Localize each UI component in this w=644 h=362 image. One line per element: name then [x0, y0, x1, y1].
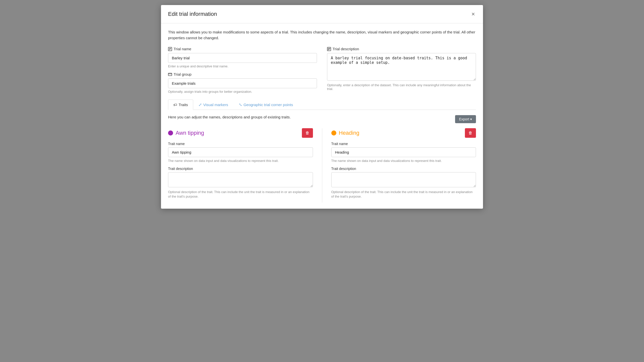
- close-button[interactable]: ×: [470, 10, 476, 18]
- trial-name-label: Trial name: [168, 47, 317, 51]
- visual-markers-tab-icon: ⤢: [198, 102, 202, 107]
- tab-visual-markers[interactable]: ⤢ Visual markers: [193, 100, 233, 110]
- geographic-tab-icon: ⤡: [239, 102, 242, 107]
- geographic-tab-label: Geographic trial corner points: [244, 103, 293, 107]
- trial-group-label: Trial group: [168, 72, 317, 76]
- awn-tipping-desc-input[interactable]: [168, 172, 313, 187]
- trial-desc-icon: [327, 47, 331, 51]
- trial-desc-input[interactable]: [327, 53, 476, 81]
- trait-card-awn-tipping: Awn tipping 🗑 Trait name The name shown …: [168, 128, 313, 203]
- left-field-col: Trial name Enter a unique and descriptiv…: [168, 47, 317, 94]
- trial-name-hint: Enter a unique and descriptive trial nam…: [168, 64, 317, 68]
- awn-tipping-desc-label: Trait description: [168, 167, 313, 171]
- modal-body: This window allows you to make modificat…: [161, 23, 483, 209]
- traits-tab-label: Traits: [179, 103, 188, 107]
- delete-heading-icon: 🗑: [468, 131, 472, 135]
- heading-dot: [331, 130, 336, 135]
- heading-name-label: Trait name: [331, 142, 476, 146]
- awn-tipping-dot: [168, 130, 173, 135]
- top-fields-row: Trial name Enter a unique and descriptiv…: [168, 47, 476, 94]
- traits-tab-icon: 🏷: [173, 103, 177, 107]
- trait-header-awn-tipping: Awn tipping 🗑: [168, 128, 313, 138]
- delete-awn-tipping-button[interactable]: 🗑: [302, 128, 313, 138]
- trait-title-awn-tipping: Awn tipping: [168, 130, 204, 136]
- delete-heading-button[interactable]: 🗑: [465, 128, 476, 138]
- trial-name-icon: [168, 47, 172, 51]
- awn-tipping-desc-hint: Optional description of the trait. This …: [168, 190, 313, 199]
- trial-group-icon: [168, 72, 172, 76]
- heading-name-hint: The name shown on data input and data vi…: [331, 159, 476, 163]
- tab-geographic[interactable]: ⤡ Geographic trial corner points: [233, 100, 298, 110]
- edit-trial-modal: Edit trial information × This window all…: [161, 5, 483, 209]
- traits-grid: Awn tipping 🗑 Trait name The name shown …: [168, 128, 476, 203]
- tab-traits[interactable]: 🏷 Traits: [168, 100, 193, 110]
- heading-name-input[interactable]: [331, 147, 476, 157]
- traits-section-header: Here you can adjust the names, descripti…: [168, 115, 476, 123]
- heading-desc-input[interactable]: [331, 172, 476, 187]
- traits-section-desc: Here you can adjust the names, descripti…: [168, 115, 455, 119]
- visual-markers-tab-label: Visual markers: [203, 103, 228, 107]
- awn-tipping-name-label: Trait name: [168, 142, 313, 146]
- intro-text: This window allows you to make modificat…: [168, 29, 476, 41]
- trait-title-heading: Heading: [331, 130, 359, 136]
- trial-desc-label: Trial description: [327, 47, 476, 51]
- awn-tipping-name-hint: The name shown on data input and data vi…: [168, 159, 313, 163]
- trial-desc-hint: Optionally, enter a description of the d…: [327, 83, 476, 91]
- modal-title: Edit trial information: [168, 11, 217, 17]
- heading-desc-hint: Optional description of the trait. This …: [331, 190, 476, 199]
- trial-name-input[interactable]: [168, 53, 317, 63]
- export-button[interactable]: Export ▾: [455, 115, 476, 123]
- traits-divider: [322, 128, 322, 203]
- delete-awn-tipping-icon: 🗑: [305, 131, 309, 135]
- trait-header-heading: Heading 🗑: [331, 128, 476, 138]
- right-field-col: Trial description Optionally, enter a de…: [327, 47, 476, 94]
- modal-header: Edit trial information ×: [161, 5, 483, 23]
- trait-card-heading: Heading 🗑 Trait name The name shown on d…: [331, 128, 476, 203]
- tabs-container: 🏷 Traits ⤢ Visual markers ⤡ Geographic t…: [168, 100, 476, 110]
- svg-rect-4: [168, 73, 172, 76]
- heading-desc-label: Trait description: [331, 167, 476, 171]
- awn-tipping-name-input[interactable]: [168, 147, 313, 157]
- trial-group-hint: Optionally, assign trials into groups fo…: [168, 90, 317, 94]
- trial-group-input[interactable]: [168, 78, 317, 88]
